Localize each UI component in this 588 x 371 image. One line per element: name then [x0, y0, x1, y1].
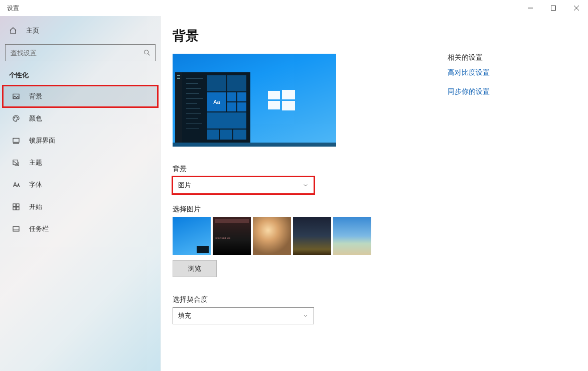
- window-title: 设置: [7, 4, 19, 13]
- preview-start-menu: Aa: [175, 72, 250, 143]
- taskbar-icon: [12, 225, 20, 233]
- image-thumb-1[interactable]: [173, 217, 211, 255]
- fit-value: 填充: [178, 311, 191, 320]
- search-icon: [143, 49, 151, 57]
- home-icon: [9, 27, 17, 35]
- background-type-select[interactable]: 图片: [173, 177, 314, 194]
- sidebar-item-start[interactable]: 开始: [3, 196, 158, 217]
- sidebar-item-colors[interactable]: 颜色: [3, 108, 158, 129]
- sidebar-item-label: 开始: [29, 202, 42, 211]
- related-heading: 相关的设置: [448, 53, 568, 62]
- sidebar-item-background[interactable]: 背景: [3, 86, 158, 107]
- image-thumb-4[interactable]: [293, 217, 331, 255]
- svg-rect-16: [17, 207, 19, 210]
- sidebar-item-label: 任务栏: [29, 224, 49, 233]
- themes-icon: [12, 159, 20, 167]
- start-icon: [12, 203, 20, 211]
- close-button[interactable]: [565, 0, 588, 16]
- related-link-high-contrast[interactable]: 高对比度设置: [448, 68, 568, 77]
- svg-rect-1: [551, 6, 556, 11]
- lockscreen-icon: [12, 137, 20, 145]
- image-thumb-5[interactable]: [333, 217, 371, 255]
- svg-rect-10: [13, 138, 19, 142]
- sidebar-item-label: 颜色: [29, 114, 42, 123]
- svg-rect-14: [17, 204, 19, 206]
- sidebar-item-themes[interactable]: 主题: [3, 152, 158, 173]
- sidebar-item-taskbar[interactable]: 任务栏: [3, 218, 158, 239]
- image-thumb-2[interactable]: [213, 217, 251, 255]
- sidebar-item-fonts[interactable]: 字体: [3, 174, 158, 195]
- desktop-preview: Aa: [173, 54, 336, 147]
- windows-logo-icon: [268, 90, 295, 110]
- svg-point-9: [17, 117, 18, 118]
- picture-icon: [12, 92, 20, 100]
- sidebar-item-label: 字体: [29, 180, 42, 189]
- sidebar-item-label: 锁屏界面: [29, 136, 55, 145]
- svg-point-4: [144, 50, 149, 54]
- search-wrap: [5, 44, 156, 61]
- preview-aa-tile: Aa: [207, 92, 226, 111]
- maximize-button[interactable]: [542, 0, 565, 16]
- browse-button[interactable]: 浏览: [173, 260, 217, 277]
- minimize-button[interactable]: [519, 0, 542, 16]
- image-thumb-3[interactable]: [253, 217, 291, 255]
- svg-rect-17: [13, 226, 19, 231]
- svg-rect-15: [13, 207, 16, 210]
- sidebar-item-lockscreen[interactable]: 锁屏界面: [3, 130, 158, 151]
- palette-icon: [12, 114, 20, 122]
- svg-point-8: [16, 116, 16, 117]
- background-type-label: 背景: [173, 165, 588, 174]
- related-settings: 相关的设置 高对比度设置 同步你的设置: [448, 16, 568, 106]
- fonts-icon: [12, 181, 20, 189]
- sidebar-item-label: 背景: [29, 92, 42, 101]
- related-link-sync[interactable]: 同步你的设置: [448, 87, 568, 96]
- choose-image-label: 选择图片: [173, 205, 588, 214]
- chevron-down-icon: [303, 182, 309, 188]
- background-type-value: 图片: [178, 181, 191, 190]
- svg-line-5: [148, 54, 150, 56]
- svg-rect-6: [13, 94, 19, 98]
- window-controls: [519, 0, 588, 16]
- titlebar: 设置: [0, 0, 588, 16]
- main-content: 背景: [161, 16, 588, 371]
- fit-label: 选择契合度: [173, 295, 588, 304]
- home-nav[interactable]: 主页: [0, 20, 161, 41]
- image-thumbnails: [173, 217, 588, 255]
- sidebar: 主页 个性化 背景 颜色 锁屏界面 主题 字体: [0, 16, 161, 371]
- sidebar-item-label: 主题: [29, 158, 42, 167]
- search-input[interactable]: [11, 49, 143, 57]
- fit-select[interactable]: 填充: [173, 307, 314, 324]
- svg-rect-13: [13, 204, 16, 206]
- chevron-down-icon: [303, 313, 309, 319]
- category-label: 个性化: [0, 68, 161, 85]
- search-box[interactable]: [5, 44, 156, 61]
- home-label: 主页: [26, 26, 39, 35]
- svg-point-7: [14, 117, 15, 118]
